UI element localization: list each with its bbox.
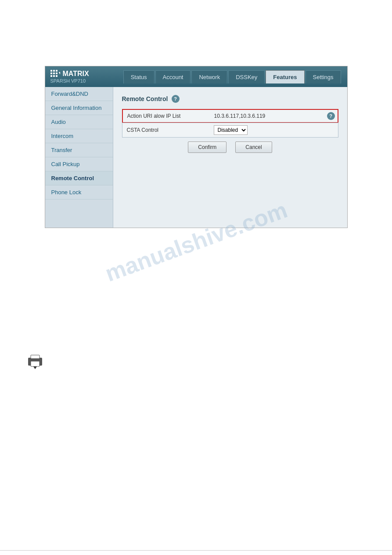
sidebar-item-forward-dnd[interactable]: Forward&DND — [45, 87, 113, 101]
form-row-action-uri: Action URI alow IP List ? — [122, 109, 338, 123]
button-row: Confirm Cancel — [122, 141, 338, 153]
logo-text: ▼ MATRIX — [50, 70, 89, 78]
svg-rect-0 — [50, 70, 52, 72]
csta-control-value[interactable]: Disabled Enabled — [210, 123, 338, 137]
main-content: Remote Control ? Action URI alow IP List… — [113, 87, 347, 228]
matrix-logo-icon: ▼ — [50, 70, 60, 78]
logo-area: ▼ MATRIX SPARSH VP710 — [50, 70, 89, 83]
logo-subtitle: SPARSH VP710 — [50, 78, 89, 83]
svg-rect-1 — [53, 70, 55, 72]
section-title: Remote Control ? — [122, 95, 338, 103]
svg-rect-3 — [50, 73, 52, 74]
tab-settings[interactable]: Settings — [306, 70, 341, 83]
confirm-button[interactable]: Confirm — [188, 141, 227, 153]
svg-rect-7 — [53, 75, 55, 77]
svg-rect-8 — [56, 75, 58, 77]
printer-icon — [26, 353, 44, 369]
svg-rect-6 — [50, 75, 52, 77]
csta-control-label: CSTA Control — [122, 124, 210, 136]
sidebar-item-remote-control[interactable]: Remote Control — [45, 171, 113, 185]
svg-text:▼: ▼ — [58, 71, 60, 75]
tab-status[interactable]: Status — [123, 70, 155, 83]
svg-rect-11 — [31, 361, 40, 366]
tab-network[interactable]: Network — [191, 70, 227, 83]
sidebar-item-general-information[interactable]: General Information — [45, 101, 113, 115]
svg-rect-4 — [53, 73, 55, 74]
action-uri-label: Action URI alow IP List — [123, 110, 211, 122]
action-uri-input[interactable] — [214, 113, 324, 119]
sidebar-item-call-pickup[interactable]: Call Pickup — [45, 157, 113, 171]
sidebar-item-intercom[interactable]: Intercom — [45, 129, 113, 143]
action-uri-help-icon[interactable]: ? — [327, 112, 335, 120]
tab-dsskey[interactable]: DSSKey — [228, 70, 265, 83]
section-help-icon[interactable]: ? — [172, 95, 180, 103]
bottom-separator — [0, 550, 392, 551]
sidebar-item-transfer[interactable]: Transfer — [45, 143, 113, 157]
tab-features[interactable]: Features — [266, 70, 304, 83]
action-uri-value[interactable] — [211, 111, 327, 121]
nav-tabs: Status Account Network DSSKey Features S… — [123, 70, 342, 83]
tab-account[interactable]: Account — [155, 70, 191, 83]
cancel-button[interactable]: Cancel — [235, 141, 272, 153]
svg-rect-12 — [31, 355, 40, 359]
csta-control-select[interactable]: Disabled Enabled — [214, 125, 248, 135]
svg-rect-5 — [56, 73, 58, 74]
sidebar-item-phone-lock[interactable]: Phone Lock — [45, 185, 113, 200]
sidebar-item-audio[interactable]: Audio — [45, 115, 113, 129]
svg-marker-13 — [33, 366, 37, 369]
svg-rect-2 — [56, 70, 58, 72]
form-row-csta-control: CSTA Control Disabled Enabled — [122, 123, 338, 138]
bottom-icon-area — [26, 353, 44, 370]
sidebar: Forward&DND General Information Audio In… — [45, 87, 113, 228]
